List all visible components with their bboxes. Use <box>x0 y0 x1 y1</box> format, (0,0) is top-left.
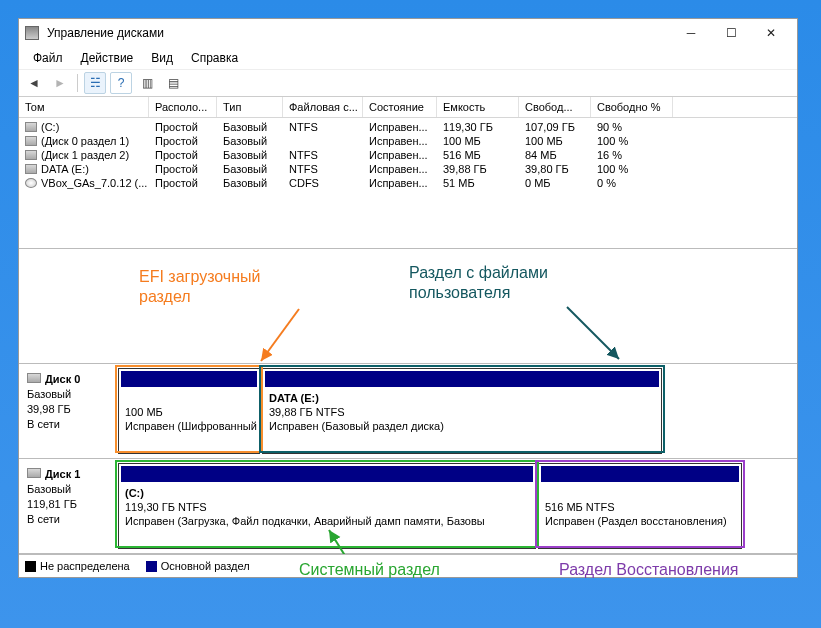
disk-partitions: (C:)119,30 ГБ NTFSИсправен (Загрузка, Фа… <box>116 461 795 551</box>
legend-primary: Основной раздел <box>161 560 250 572</box>
volume-list-header[interactable]: Том Располо... Тип Файловая с... Состоян… <box>19 97 797 118</box>
separator <box>77 74 78 92</box>
volume-row[interactable]: (C:)ПростойБазовыйNTFSИсправен...119,30 … <box>19 120 797 134</box>
partition[interactable]: DATA (E:)39,88 ГБ NTFSИсправен (Базовый … <box>262 368 662 454</box>
disk-row[interactable]: Диск 0Базовый39,98 ГБВ сети100 МБИсправе… <box>19 364 797 459</box>
disk-label: Диск 0Базовый39,98 ГБВ сети <box>21 366 116 456</box>
volume-row[interactable]: VBox_GAs_7.0.12 (...ПростойБазовыйCDFSИс… <box>19 176 797 190</box>
annotation-area: EFI загрузочныйраздел Раздел с файламипо… <box>19 248 797 364</box>
svg-line-2 <box>329 530 359 554</box>
window-title: Управление дисками <box>47 26 671 40</box>
legend-unallocated: Не распределена <box>40 560 130 572</box>
close-button[interactable]: ✕ <box>751 21 791 45</box>
menu-file[interactable]: Файл <box>25 49 71 67</box>
col-free[interactable]: Свобод... <box>519 97 591 117</box>
volume-row[interactable]: DATA (E:)ПростойБазовыйNTFSИсправен...39… <box>19 162 797 176</box>
annotation-recovery-partition: Раздел Восстановления <box>559 561 738 579</box>
titlebar[interactable]: Управление дисками ─ ☐ ✕ <box>19 19 797 47</box>
menu-view[interactable]: Вид <box>143 49 181 67</box>
col-volume[interactable]: Том <box>19 97 149 117</box>
arrow-system <box>319 522 379 554</box>
arrow-user-files <box>557 301 637 365</box>
col-free-percent[interactable]: Свободно % <box>591 97 673 117</box>
minimize-button[interactable]: ─ <box>671 21 711 45</box>
arrow-efi <box>247 305 317 365</box>
swatch-unallocated <box>25 561 36 572</box>
disk-label: Диск 1Базовый119,81 ГБВ сети <box>21 461 116 551</box>
menubar: Файл Действие Вид Справка <box>19 47 797 69</box>
disk-graphical-view: Диск 0Базовый39,98 ГБВ сети100 МБИсправе… <box>19 364 797 554</box>
col-layout[interactable]: Располо... <box>149 97 217 117</box>
partition[interactable]: 100 МБИсправен (Шифрованный (E <box>118 368 260 454</box>
col-capacity[interactable]: Емкость <box>437 97 519 117</box>
annotation-user-files: Раздел с файламипользователя <box>409 263 548 303</box>
back-button[interactable]: ◄ <box>23 72 45 94</box>
list-view-button[interactable]: ▤ <box>162 72 184 94</box>
disk-partitions: 100 МБИсправен (Шифрованный (EDATA (E:)3… <box>116 366 795 456</box>
swatch-primary <box>146 561 157 572</box>
svg-line-1 <box>567 307 619 359</box>
svg-line-0 <box>261 309 299 361</box>
disk-management-window: Управление дисками ─ ☐ ✕ Файл Действие В… <box>18 18 798 578</box>
app-icon <box>25 26 39 40</box>
forward-button[interactable]: ► <box>49 72 71 94</box>
toolbar: ◄ ► ☵ ? ▥ ▤ <box>19 69 797 97</box>
disk-row[interactable]: Диск 1Базовый119,81 ГБВ сети(C:)119,30 Г… <box>19 459 797 554</box>
menu-action[interactable]: Действие <box>73 49 142 67</box>
volume-row[interactable]: (Диск 1 раздел 2)ПростойБазовыйNTFSИспра… <box>19 148 797 162</box>
volume-row[interactable]: (Диск 0 раздел 1)ПростойБазовыйИсправен.… <box>19 134 797 148</box>
annotation-efi: EFI загрузочныйраздел <box>139 267 260 307</box>
menu-help[interactable]: Справка <box>183 49 246 67</box>
col-type[interactable]: Тип <box>217 97 283 117</box>
maximize-button[interactable]: ☐ <box>711 21 751 45</box>
col-status[interactable]: Состояние <box>363 97 437 117</box>
help-button[interactable]: ? <box>110 72 132 94</box>
col-filesystem[interactable]: Файловая с... <box>283 97 363 117</box>
annotation-system-partition: Системный раздел <box>299 561 440 579</box>
properties-button[interactable]: ▥ <box>136 72 158 94</box>
refresh-button[interactable]: ☵ <box>84 72 106 94</box>
volume-list[interactable]: (C:)ПростойБазовыйNTFSИсправен...119,30 … <box>19 118 797 248</box>
partition[interactable]: 516 МБ NTFSИсправен (Раздел восстановлен… <box>538 463 742 549</box>
